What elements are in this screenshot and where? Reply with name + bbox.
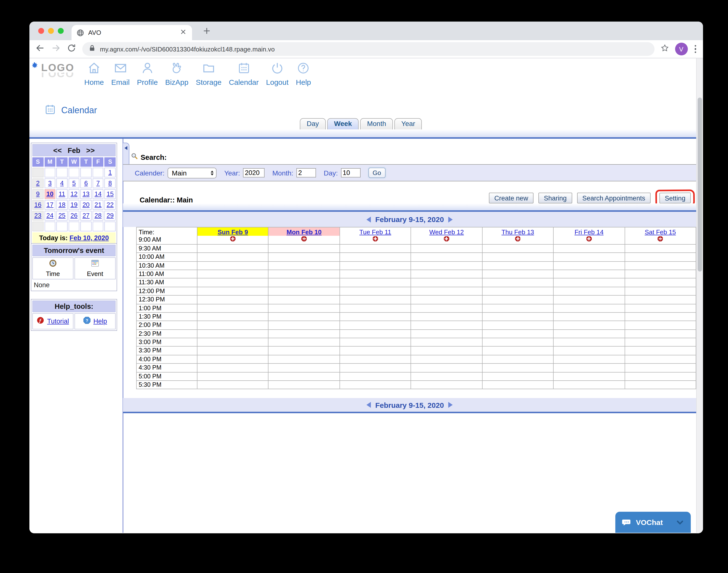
scrollbar-thumb[interactable] bbox=[697, 98, 702, 271]
calendar-heading: Calendar bbox=[44, 103, 97, 118]
prev-week-icon[interactable] bbox=[367, 216, 371, 222]
vochat-widget[interactable]: VOChat bbox=[615, 512, 691, 533]
time-slot-cell bbox=[625, 313, 696, 321]
time-slot-cell bbox=[340, 287, 411, 296]
time-slot-cell bbox=[411, 347, 483, 355]
reload-icon[interactable] bbox=[67, 43, 76, 55]
mini-calendar-day-26[interactable]: 26 bbox=[68, 211, 79, 220]
mini-calendar-day-5[interactable]: 5 bbox=[68, 178, 79, 188]
time-slot-cell bbox=[198, 347, 269, 355]
mini-calendar-day-8[interactable]: 8 bbox=[105, 178, 116, 188]
mini-calendar-dow: S bbox=[105, 157, 116, 167]
bookmark-star-icon[interactable] bbox=[660, 44, 669, 54]
time-slot-cell bbox=[269, 296, 340, 304]
tab-day[interactable]: Day bbox=[300, 118, 326, 129]
nav-item-home[interactable]: Home bbox=[84, 61, 104, 86]
mini-calendar-dow: W bbox=[68, 157, 79, 167]
add-appointment-icon[interactable] bbox=[301, 236, 307, 242]
sharing-button[interactable]: Sharing bbox=[539, 193, 572, 203]
scrollbar-track[interactable] bbox=[696, 58, 703, 533]
mini-calendar-day-2[interactable]: 2 bbox=[32, 178, 43, 188]
tab-week[interactable]: Week bbox=[327, 118, 359, 129]
mini-calendar-day-1[interactable]: 1 bbox=[105, 168, 116, 177]
mini-calendar-day-27[interactable]: 27 bbox=[80, 211, 92, 220]
tab-year[interactable]: Year bbox=[394, 118, 422, 129]
nav-item-email[interactable]: Email bbox=[111, 61, 129, 86]
back-icon[interactable] bbox=[35, 43, 45, 55]
time-slot-cell bbox=[411, 364, 483, 372]
prev-week-icon[interactable] bbox=[367, 402, 371, 408]
nav-item-profile[interactable]: Profile bbox=[137, 61, 158, 86]
minimize-window-button[interactable] bbox=[48, 28, 54, 34]
url-bar[interactable]: my.agnx.com/-/vo/SID600313304fokiuzokcl1… bbox=[82, 42, 654, 56]
tutorial-link[interactable]: Tutorial bbox=[47, 318, 69, 325]
add-appointment-icon[interactable] bbox=[586, 236, 592, 242]
add-appointment-icon[interactable] bbox=[658, 236, 663, 242]
mini-calendar-day-24[interactable]: 24 bbox=[44, 211, 55, 220]
add-appointment-icon[interactable] bbox=[515, 236, 520, 242]
mini-calendar-day-3[interactable]: 3 bbox=[44, 178, 55, 188]
year-label: Year: bbox=[224, 169, 240, 177]
time-row-label: 1:30 PM bbox=[137, 313, 198, 321]
add-appointment-icon[interactable] bbox=[444, 236, 449, 242]
today-link[interactable]: Feb 10, 2020 bbox=[69, 234, 109, 242]
time-slot-cell bbox=[340, 330, 411, 338]
time-slot-cell bbox=[625, 355, 696, 364]
prev-month-link[interactable]: << bbox=[53, 146, 62, 154]
nav-item-bizapp[interactable]: BizApp bbox=[165, 61, 188, 86]
sidebar-collapse-handle[interactable] bbox=[123, 143, 129, 167]
mini-calendar-dow: T bbox=[80, 157, 92, 167]
calendar-select[interactable]: Main bbox=[167, 167, 216, 178]
time-row-label: 2:00 PM bbox=[137, 321, 198, 330]
day-link[interactable]: Sat Feb 15 bbox=[645, 228, 676, 236]
day-link[interactable]: Wed Feb 12 bbox=[429, 228, 464, 236]
nav-item-calendar[interactable]: Calendar bbox=[229, 61, 259, 86]
mini-calendar-day-4[interactable]: 4 bbox=[56, 178, 67, 188]
day-link[interactable]: Tue Feb 11 bbox=[359, 228, 391, 236]
mini-calendar-day-29[interactable]: 29 bbox=[105, 211, 116, 220]
nav-item-logout[interactable]: Logout bbox=[266, 61, 289, 86]
chevron-down-icon[interactable] bbox=[675, 517, 685, 527]
mini-calendar-day-23[interactable]: 23 bbox=[32, 211, 43, 220]
maximize-window-button[interactable] bbox=[58, 28, 64, 34]
close-window-button[interactable] bbox=[38, 28, 44, 34]
help-link[interactable]: Help bbox=[93, 318, 107, 325]
new-tab-icon[interactable] bbox=[202, 26, 212, 36]
day-input[interactable] bbox=[341, 168, 360, 177]
tab-month[interactable]: Month bbox=[360, 118, 393, 129]
day-link[interactable]: Fri Feb 14 bbox=[574, 228, 604, 236]
browser-menu-icon[interactable] bbox=[693, 44, 697, 54]
browser-tab[interactable]: AVO bbox=[71, 25, 192, 40]
mini-calendar-day-7[interactable]: 7 bbox=[93, 178, 104, 188]
close-tab-icon[interactable] bbox=[179, 28, 187, 38]
time-slot-cell bbox=[198, 321, 269, 330]
time-slot-cell bbox=[625, 347, 696, 355]
day-label: Day: bbox=[324, 169, 338, 177]
go-button[interactable]: Go bbox=[368, 168, 386, 178]
add-appointment-icon[interactable] bbox=[373, 236, 378, 242]
mini-calendar-day-6[interactable]: 6 bbox=[80, 178, 92, 188]
logout-icon bbox=[270, 61, 284, 77]
year-input[interactable] bbox=[243, 168, 265, 177]
day-link[interactable]: Mon Feb 10 bbox=[287, 228, 322, 236]
tomorrow-time-header: Time bbox=[32, 257, 73, 279]
mini-calendar-day-empty bbox=[56, 221, 67, 231]
nav-item-storage[interactable]: Storage bbox=[196, 61, 221, 86]
next-month-link[interactable]: >> bbox=[86, 146, 95, 154]
mini-calendar-day-25[interactable]: 25 bbox=[56, 211, 67, 220]
mini-calendar-day-28[interactable]: 28 bbox=[93, 211, 104, 220]
setting-button[interactable]: Setting bbox=[659, 192, 691, 203]
time-slot-cell bbox=[340, 313, 411, 321]
forward-icon[interactable] bbox=[51, 43, 61, 55]
month-input[interactable] bbox=[296, 168, 316, 177]
time-slot-cell bbox=[554, 347, 625, 355]
next-week-icon[interactable] bbox=[448, 216, 453, 222]
create-new-button[interactable]: Create new bbox=[489, 193, 534, 203]
day-link[interactable]: Sun Feb 9 bbox=[218, 228, 248, 236]
profile-avatar[interactable]: V bbox=[675, 43, 687, 55]
day-link[interactable]: Thu Feb 13 bbox=[501, 228, 534, 236]
nav-item-help[interactable]: Help bbox=[296, 61, 311, 86]
search-appointments-button[interactable]: Search Appointments bbox=[577, 193, 651, 203]
next-week-icon[interactable] bbox=[448, 402, 453, 408]
week-grid: Time:Sun Feb 9Mon Feb 10Tue Feb 11Wed Fe… bbox=[136, 227, 696, 389]
